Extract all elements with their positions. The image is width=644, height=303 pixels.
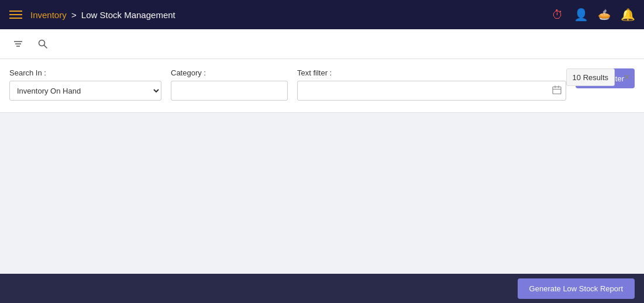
text-filter-label: Text filter : <box>297 68 566 77</box>
text-filter-group: Text filter : <box>297 68 566 101</box>
chart-icon[interactable]: 🥧 <box>597 8 611 22</box>
search-in-group: Search In : Inventory On Hand <box>9 68 161 101</box>
app-header: Inventory > Low Stock Management ⏱ 👤 🥧 🔔 <box>0 0 644 29</box>
header-icons: ⏱ 👤 🥧 🔔 <box>550 8 635 22</box>
results-badge: 10 Results <box>566 68 615 86</box>
filter-toolbar-button[interactable] <box>9 35 27 53</box>
bell-icon[interactable]: 🔔 <box>621 8 635 22</box>
breadcrumb: Inventory > Low Stock Management <box>30 10 175 20</box>
breadcrumb-current-page: Low Stock Management <box>81 10 175 20</box>
breadcrumb-separator: > <box>71 10 77 20</box>
breadcrumb-inventory-link[interactable]: Inventory <box>30 10 67 20</box>
generate-report-button[interactable]: Generate Low Stock Report <box>518 278 635 299</box>
search-toolbar-button[interactable] <box>34 35 51 53</box>
text-filter-wrapper <box>297 81 566 101</box>
hamburger-menu-icon[interactable] <box>9 11 22 19</box>
filter-top-controls: 10 Results × <box>566 68 635 86</box>
toolbar <box>0 29 644 59</box>
filter-row: Search In : Inventory On Hand Category :… <box>9 68 635 101</box>
clock-icon[interactable]: ⏱ <box>550 8 564 22</box>
app-footer: Generate Low Stock Report <box>0 274 644 303</box>
filter-panel: 10 Results × Search In : Inventory On Ha… <box>0 59 644 113</box>
text-filter-calendar-icon[interactable] <box>552 85 562 97</box>
svg-line-4 <box>44 46 47 49</box>
search-in-select[interactable]: Inventory On Hand <box>9 81 161 101</box>
svg-rect-5 <box>553 87 561 94</box>
user-icon[interactable]: 👤 <box>574 8 588 22</box>
search-in-label: Search In : <box>9 68 161 77</box>
header-left: Inventory > Low Stock Management <box>9 10 175 20</box>
text-filter-input[interactable] <box>297 81 566 101</box>
main-content <box>0 113 644 274</box>
category-label: Category : <box>171 68 288 77</box>
category-input[interactable] <box>171 81 288 101</box>
category-group: Category : <box>171 68 288 101</box>
filter-close-button[interactable]: × <box>619 70 635 85</box>
